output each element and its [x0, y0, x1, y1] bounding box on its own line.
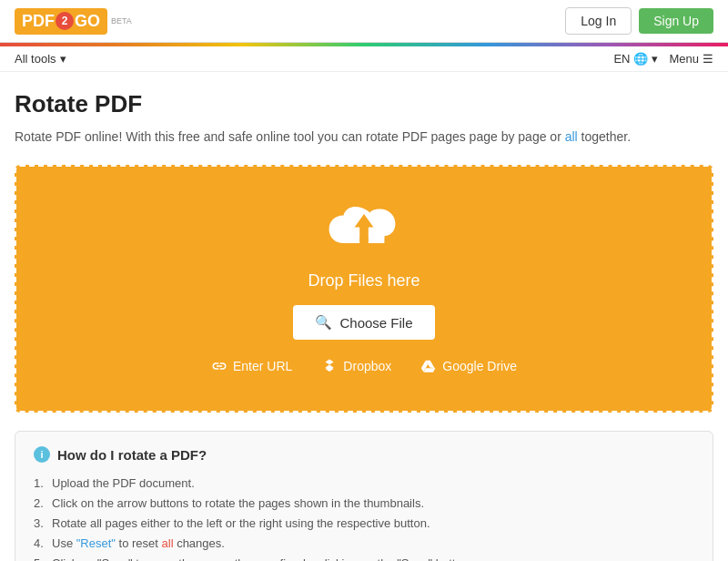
desc-link[interactable]: all	[565, 129, 578, 144]
faq-step-1: Upload the PDF document.	[34, 474, 694, 494]
page-title: Rotate PDF	[15, 90, 713, 118]
logo-go: GO	[75, 12, 100, 31]
cloud-upload-icon	[35, 203, 693, 260]
header-buttons: Log In Sign Up	[565, 7, 713, 35]
faq-step-2-text: Click on the arrow buttons to rotate the…	[52, 496, 424, 510]
search-icon: 🔍	[315, 314, 332, 331]
upload-options: Enter URL Dropbox Google Drive	[35, 358, 693, 374]
enter-url-option[interactable]: Enter URL	[211, 358, 292, 374]
dropbox-icon	[321, 358, 338, 374]
logo-box: PDF 2 GO	[15, 8, 107, 35]
google-drive-label: Google Drive	[442, 359, 517, 373]
info-icon: i	[34, 446, 50, 463]
desc-end: together.	[578, 129, 631, 144]
choose-file-label: Choose File	[339, 315, 412, 331]
link-icon	[211, 358, 228, 374]
globe-icon: 🌐	[633, 52, 648, 66]
dropbox-option[interactable]: Dropbox	[321, 358, 391, 374]
all-tools-label: All tools	[15, 52, 56, 66]
logo-beta: BETA	[111, 17, 132, 26]
choose-file-button[interactable]: 🔍 Choose File	[293, 305, 434, 340]
enter-url-label: Enter URL	[233, 359, 292, 373]
lang-label: EN	[613, 52, 630, 66]
logo-two: 2	[56, 12, 74, 30]
faq-section: i How do I rotate a PDF? Upload the PDF …	[15, 431, 713, 561]
header: PDF 2 GO BETA Log In Sign Up	[0, 0, 728, 43]
drop-files-text: Drop Files here	[35, 271, 693, 291]
faq-step-5-text: Click on "Save" to open the menu, then c…	[52, 556, 471, 561]
faq-step-4: Use "Reset" to reset all changes.	[34, 534, 694, 554]
all-tools-nav[interactable]: All tools ▾	[15, 52, 66, 66]
google-drive-option[interactable]: Google Drive	[420, 358, 517, 374]
page-description: Rotate PDF online! With this free and sa…	[15, 128, 713, 147]
logo: PDF 2 GO BETA	[15, 8, 132, 35]
faq-title-text: How do I rotate a PDF?	[57, 447, 207, 463]
chevron-down-icon: ▾	[60, 52, 66, 66]
desc-start: Rotate PDF online! With this free and sa…	[15, 129, 565, 144]
signup-button[interactable]: Sign Up	[639, 8, 713, 34]
faq-step-5: Click on "Save" to open the menu, then c…	[34, 554, 694, 561]
main-content: Rotate PDF Rotate PDF online! With this …	[0, 72, 728, 561]
menu-button[interactable]: Menu ☰	[669, 52, 713, 66]
hamburger-icon: ☰	[703, 52, 713, 66]
dropbox-label: Dropbox	[343, 359, 391, 373]
faq-step-1-text: Upload the PDF document.	[52, 476, 195, 490]
language-selector[interactable]: EN 🌐 ▾	[613, 52, 658, 66]
login-button[interactable]: Log In	[565, 7, 632, 35]
faq-step-3-text: Rotate all pages either to the left or t…	[52, 516, 430, 530]
chevron-down-icon-lang: ▾	[652, 52, 658, 66]
reset-link[interactable]: "Reset"	[76, 536, 116, 550]
faq-list: Upload the PDF document. Click on the ar…	[34, 474, 694, 561]
google-drive-icon	[420, 358, 437, 374]
faq-step-2: Click on the arrow buttons to rotate the…	[34, 494, 694, 514]
faq-step-3: Rotate all pages either to the left or t…	[34, 514, 694, 534]
upload-area[interactable]: Drop Files here 🔍 Choose File Enter URL …	[15, 165, 713, 413]
sub-nav-right: EN 🌐 ▾ Menu ☰	[613, 52, 713, 66]
logo-pdf: PDF	[22, 12, 55, 31]
sub-nav: All tools ▾ EN 🌐 ▾ Menu ☰	[0, 46, 728, 72]
menu-label: Menu	[669, 52, 699, 66]
faq-title: i How do I rotate a PDF?	[34, 446, 694, 463]
